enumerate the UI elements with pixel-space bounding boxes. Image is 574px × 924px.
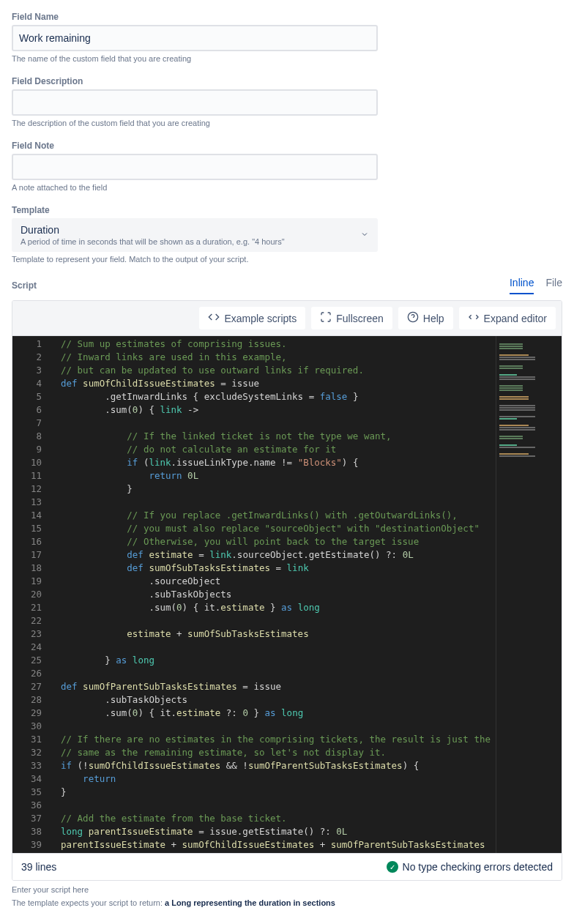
example-scripts-button[interactable]: Example scripts xyxy=(199,307,305,329)
editor-status-bar: 39 lines ✓ No type checking errors detec… xyxy=(12,853,562,880)
line-count: 39 lines xyxy=(21,861,56,873)
field-description-help: The description of the custom field that… xyxy=(12,119,562,127)
fullscreen-icon xyxy=(320,311,332,325)
field-note-help: A note attached to the field xyxy=(12,183,562,192)
script-label: Script xyxy=(12,280,37,291)
template-help: Template to represent your field. Match … xyxy=(12,255,562,264)
script-return-type: a Long representing the duration in sect… xyxy=(165,898,335,907)
template-select[interactable]: Duration A period of time in seconds tha… xyxy=(12,218,378,252)
field-note-input[interactable] xyxy=(12,154,378,180)
help-button[interactable]: Help xyxy=(398,307,453,329)
tab-inline[interactable]: Inline xyxy=(510,277,534,294)
field-name-help: The name of the custom field that you ar… xyxy=(12,54,562,63)
script-return-prefix: The template expects your script to retu… xyxy=(12,898,165,907)
type-check-status: ✓ No type checking errors detected xyxy=(387,861,553,873)
script-return-text: The template expects your script to retu… xyxy=(12,898,562,907)
help-label: Help xyxy=(423,313,444,324)
template-selected: Duration xyxy=(20,224,369,236)
script-help-text: Enter your script here xyxy=(12,885,562,894)
template-group: Template Duration A period of time in se… xyxy=(12,205,562,264)
script-tabs: Inline File xyxy=(510,277,562,294)
field-description-label: Field Description xyxy=(12,76,562,86)
field-note-group: Field Note A note attached to the field xyxy=(12,141,562,192)
fullscreen-button[interactable]: Fullscreen xyxy=(311,307,392,329)
expand-editor-label: Expand editor xyxy=(484,313,547,324)
help-icon xyxy=(407,311,419,325)
field-description-group: Field Description The description of the… xyxy=(12,76,562,127)
field-name-input[interactable] xyxy=(12,25,378,51)
tab-file[interactable]: File xyxy=(545,277,562,294)
code-editor[interactable]: 1234567891011121314151617181920212223242… xyxy=(12,336,562,853)
check-icon: ✓ xyxy=(387,861,398,873)
minimap[interactable] xyxy=(496,336,562,853)
template-label: Template xyxy=(12,205,562,215)
code-area[interactable]: // Sum up estimates of comprising issues… xyxy=(53,336,496,853)
field-description-input[interactable] xyxy=(12,89,378,116)
expand-editor-button[interactable]: Expand editor xyxy=(459,307,556,329)
editor-container: Example scripts Fullscreen Help Expand e… xyxy=(12,300,562,881)
field-note-label: Field Note xyxy=(12,141,562,151)
chevron-down-icon xyxy=(360,229,369,241)
fullscreen-label: Fullscreen xyxy=(336,313,384,324)
expand-icon xyxy=(468,311,480,325)
editor-toolbar: Example scripts Fullscreen Help Expand e… xyxy=(12,301,562,336)
type-check-label: No type checking errors detected xyxy=(403,861,553,873)
code-icon xyxy=(208,311,220,325)
example-scripts-label: Example scripts xyxy=(224,313,297,324)
template-description: A period of time in seconds that will be… xyxy=(20,237,369,246)
field-name-group: Field Name The name of the custom field … xyxy=(12,12,562,63)
script-header: Script Inline File xyxy=(12,277,562,294)
line-gutter: 1234567891011121314151617181920212223242… xyxy=(12,336,53,853)
field-name-label: Field Name xyxy=(12,12,562,22)
